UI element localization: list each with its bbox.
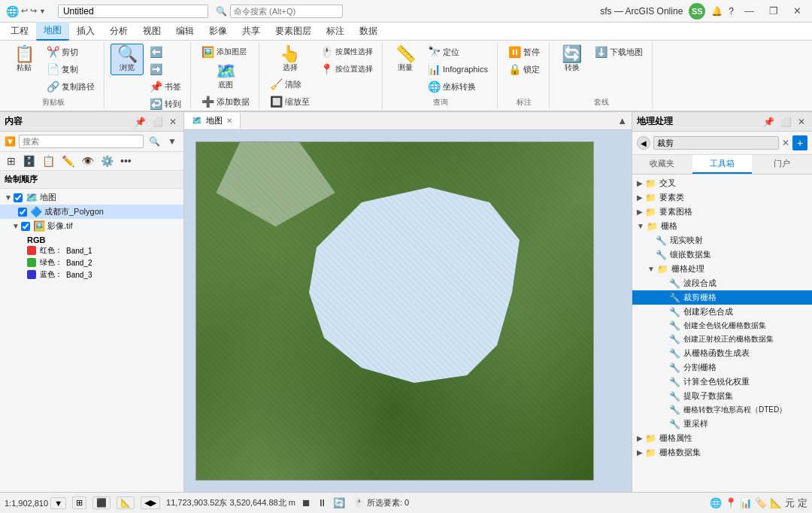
back-button[interactable]: ⬅️: [145, 44, 186, 60]
title-input[interactable]: [58, 5, 208, 18]
polygon-checkbox[interactable]: [18, 208, 27, 217]
gp-pin-button[interactable]: 📌: [761, 116, 777, 128]
redo-icon[interactable]: ↪: [30, 6, 37, 16]
contents-search-input[interactable]: [19, 135, 144, 148]
gp-add-button[interactable]: +: [792, 135, 807, 150]
chart-status[interactable]: 📊: [740, 496, 752, 510]
locate-button[interactable]: 🔭 定位: [423, 44, 492, 60]
bookmark-button[interactable]: 📌 书签: [145, 78, 186, 95]
convert-button[interactable]: 🔄 转换: [556, 44, 589, 75]
measure-button[interactable]: 📏 测量: [389, 44, 422, 75]
notification-icon[interactable]: 🔔: [711, 6, 723, 17]
coord-convert-button[interactable]: 🌐 坐标转换: [423, 78, 492, 95]
select-attr-button[interactable]: 🖱️ 按属性选择: [316, 44, 377, 60]
map-tab-close[interactable]: ✕: [226, 117, 232, 125]
tb-view-btn[interactable]: 👁️: [79, 154, 96, 168]
select-loc-button[interactable]: 📍 按位置选择: [316, 61, 377, 77]
add-data-button[interactable]: ➕ 添加数据: [197, 93, 254, 110]
gp-item-featureclass[interactable]: ▶ 📁 要素类: [632, 190, 812, 205]
gp-item-extract[interactable]: ▶ 🔧 提取子数据集: [632, 389, 812, 403]
gp-item-resample[interactable]: ▶ 🔧 重采样: [632, 417, 812, 431]
menu-imagery[interactable]: 影像: [201, 23, 235, 40]
nav-button[interactable]: ◀▶: [141, 496, 160, 509]
gp-clear-button[interactable]: ✕: [782, 138, 789, 148]
image-checkbox[interactable]: [21, 222, 30, 231]
gp-item-clip[interactable]: ▶ 🔧 裁剪栅格: [632, 290, 812, 305]
map-checkbox[interactable]: [14, 193, 23, 202]
gp-item-calcweight[interactable]: ▶ 🔧 计算全色锐化权重: [632, 375, 812, 389]
refresh-status[interactable]: 🔄: [333, 497, 345, 508]
scale-grid-button[interactable]: ⬛: [92, 496, 111, 509]
menu-map[interactable]: 地图: [36, 22, 69, 41]
copy-button[interactable]: 📄 复制: [42, 61, 99, 77]
panel-float-button[interactable]: ⬜: [150, 116, 165, 128]
dropdown-icon[interactable]: ▼: [39, 8, 46, 15]
tb-db-btn[interactable]: 🗄️: [20, 154, 38, 168]
pause-button[interactable]: ⏸️ 暂停: [504, 44, 544, 60]
zoom-selected-button[interactable]: 🔲 缩放至: [265, 93, 314, 110]
basemap-button[interactable]: 🗺️ 底图: [197, 61, 254, 93]
gp-item-featuretpl[interactable]: ▶ 📁 要素图格: [632, 205, 812, 219]
tree-item-map[interactable]: ▼ 🗺️ 地图: [0, 190, 183, 205]
gp-close-button[interactable]: ✕: [795, 116, 807, 128]
gp-item-fromfunc[interactable]: ▶ 🔧 从栅格函数生成表: [632, 346, 812, 360]
search-filter-button[interactable]: ▼: [165, 135, 179, 147]
close-button[interactable]: ✕: [789, 4, 806, 18]
menu-share[interactable]: 共享: [235, 23, 268, 40]
menu-label[interactable]: 标注: [319, 23, 352, 40]
gp-search-input[interactable]: [653, 136, 779, 150]
select-button[interactable]: 👆 选择: [265, 44, 314, 75]
map-tab[interactable]: 🗺️ 地图 ✕: [184, 113, 241, 129]
gp-item-pan[interactable]: ▶ 🔧 创建全色锐化栅格数据集: [632, 319, 812, 332]
menu-insert[interactable]: 插入: [69, 23, 102, 40]
panel-close-button[interactable]: ✕: [167, 116, 179, 128]
map-tools-button[interactable]: ⊞: [72, 496, 86, 509]
pause-status[interactable]: ⏸: [317, 497, 327, 508]
gp-item-split[interactable]: ▶ 🔧 分割栅格: [632, 360, 812, 375]
gp-item-ortho[interactable]: ▶ 🔧 创建正射校正的栅格数据集: [632, 332, 812, 346]
define-status[interactable]: 定: [798, 496, 807, 510]
tb-grid-btn[interactable]: ⊞: [5, 154, 18, 168]
gp-item-real[interactable]: ▶ 🔧 现实映射: [632, 233, 812, 247]
browse-button[interactable]: 🔍 浏览: [111, 44, 144, 75]
gp-item-raster[interactable]: ▼ 📁 栅格: [632, 219, 812, 233]
selected-features-stop[interactable]: ⏹: [301, 497, 311, 508]
search-button[interactable]: 🔍: [147, 135, 162, 147]
gp-item-dted[interactable]: ▶ 🔧 栅格转数字地形高程（DTED）: [632, 403, 812, 417]
tree-item-polygon[interactable]: 🔷 成都市_Polygon: [0, 205, 183, 219]
restore-button[interactable]: ❐: [765, 4, 783, 18]
map-canvas[interactable]: [184, 130, 632, 492]
add-layer-button[interactable]: 🖼️ 添加图层: [197, 44, 254, 60]
ruler-status[interactable]: 📐: [770, 496, 782, 510]
cut-button[interactable]: ✂️ 剪切: [42, 44, 99, 60]
undo-icon[interactable]: ↩: [21, 6, 28, 16]
gp-tab-toolbox[interactable]: 工具箱: [692, 155, 753, 174]
menu-data[interactable]: 数据: [352, 23, 385, 40]
gp-tab-favorites[interactable]: 收藏夹: [632, 155, 692, 174]
gp-item-rasterattr[interactable]: ▶ 📁 栅格属性: [632, 431, 812, 445]
gp-float-button[interactable]: ⬜: [778, 116, 794, 128]
minimize-button[interactable]: —: [740, 4, 759, 18]
gp-item-raster-proc[interactable]: ▼ 📁 栅格处理: [632, 262, 812, 276]
panel-pin-button[interactable]: 📌: [132, 116, 148, 128]
gp-item-embed[interactable]: ▶ 🔧 镶嵌数据集: [632, 247, 812, 262]
tb-settings-btn[interactable]: ⚙️: [98, 154, 116, 168]
clear-button[interactable]: 🧹 清除: [265, 76, 314, 93]
map-expand-button[interactable]: ▲: [613, 114, 632, 128]
menu-analysis[interactable]: 分析: [102, 23, 135, 40]
tb-list-btn[interactable]: 📋: [40, 154, 57, 168]
download-map-button[interactable]: ⬇️ 下载地图: [590, 44, 647, 60]
goto-button[interactable]: ↩️ 转到: [145, 96, 186, 112]
menu-view[interactable]: 视图: [135, 23, 168, 40]
gp-item-color[interactable]: ▶ 🔧 创建彩色合成: [632, 305, 812, 319]
tree-item-image[interactable]: ▼ 🖼️ 影像.tif: [0, 219, 183, 233]
image-arrow[interactable]: ▼: [12, 222, 20, 230]
menu-project[interactable]: 工程: [3, 23, 36, 40]
gp-item-band[interactable]: ▶ 🔧 波段合成: [632, 276, 812, 290]
help-icon[interactable]: ?: [729, 6, 734, 17]
menu-edit[interactable]: 编辑: [168, 23, 201, 40]
map-arrow[interactable]: ▼: [5, 193, 12, 202]
globe-status[interactable]: 🌐: [710, 496, 722, 510]
gp-tab-portal[interactable]: 门户: [752, 155, 812, 174]
forward-button[interactable]: ➡️: [145, 61, 186, 77]
